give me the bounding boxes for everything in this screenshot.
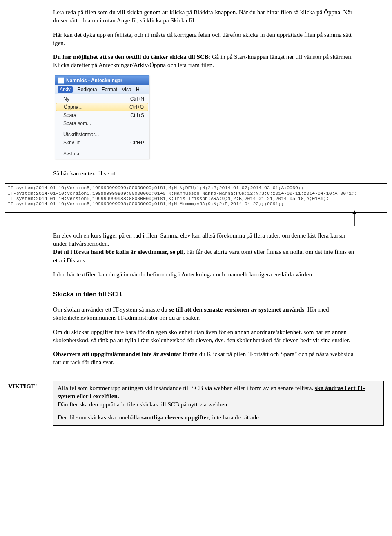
menu-item-shortcut: Ctrl+N [130, 96, 144, 102]
callout-paragraph: Alla fel som kommer upp antingen vid ins… [58, 384, 379, 409]
text: Den fil som skickas ska innehålla [58, 414, 141, 421]
text: En elev och en kurs ligger på en rad i f… [53, 232, 345, 247]
text: Alla fel som kommer upp antingen vid ins… [58, 385, 315, 391]
menu-item-spara[interactable]: Spara Ctrl+S [55, 111, 149, 119]
arrow-annotation [5, 213, 387, 227]
text: , inte bara de rättade. [209, 414, 261, 421]
menu-visa[interactable]: Visa [122, 87, 131, 92]
paragraph: Du har möjlighet att se den textfil du t… [53, 53, 359, 70]
notepad-titlebar: Namnlös - Anteckningar [55, 76, 149, 85]
menu-item-skriv-ut[interactable]: Skriv ut... Ctrl+P [55, 139, 149, 147]
arrow-up-icon [346, 210, 363, 227]
paragraph: I den här textfilen kan du gå in när du … [53, 270, 359, 278]
menu-separator [57, 129, 147, 129]
bold-text: se till att den senaste versionen av sys… [169, 306, 305, 313]
paragraph: Leta reda på filen som du vill skicka ge… [53, 8, 359, 25]
menu-item-spara-som[interactable]: Spara som... [55, 119, 149, 128]
callout-paragraph: Den fil som skickas ska innehålla samtli… [58, 413, 379, 422]
notepad-menubar: Arkiv Redigera Format Visa H [55, 85, 149, 94]
paragraph: Om du skickar uppgifter inte bara för di… [53, 328, 359, 345]
bold-text: Det ni i första hand bör kolla är elevti… [53, 249, 183, 255]
menu-item-label: Spara [63, 112, 76, 118]
menu-item-label: Avsluta [63, 151, 79, 157]
textfile-example-box: IT-system;2014-01-10;Version5;1999999999… [5, 183, 387, 213]
text: Om skolan använder ett IT-system så måst… [53, 306, 169, 313]
important-callout: VIKTIGT! Alla fel som kommer upp antinge… [8, 381, 384, 426]
menu-item-label: Spara som... [63, 121, 91, 126]
textfile-line: IT-system;2014-01-10;Version5;1999999999… [8, 191, 357, 196]
menu-item-label: Skriv ut... [63, 140, 84, 146]
menu-item-label: Öppna... [64, 104, 82, 110]
callout-label: VIKTIGT! [8, 381, 53, 390]
textfile-caption: Så här kan en textfil se ut: [53, 169, 359, 177]
menu-h[interactable]: H [136, 87, 140, 92]
textfile-line: IT-system;2014-01-10;Version5;1999999999… [8, 196, 329, 201]
menu-item-label: Ny [63, 96, 69, 102]
menu-arkiv[interactable]: Arkiv [58, 86, 73, 93]
menu-format[interactable]: Format [102, 87, 117, 92]
bold-text: samtliga elevers uppgifter [141, 414, 209, 421]
bold-text: Observera att uppgiftslämnandet inte är … [53, 351, 181, 357]
notepad-title-text: Namnlös - Anteckningar [66, 78, 122, 83]
menu-item-shortcut: Ctrl+S [130, 112, 144, 118]
notepad-app-icon [58, 77, 64, 84]
menu-redigera[interactable]: Redigera [77, 87, 97, 92]
paragraph: Observera att uppgiftslämnandet inte är … [53, 350, 359, 367]
menu-item-ny[interactable]: Ny Ctrl+N [55, 95, 149, 103]
paragraph: En elev och en kurs ligger på en rad i f… [53, 231, 359, 265]
textfile-line: IT-system;2014-01-10;Version5;1999999999… [8, 201, 284, 206]
text: Därefter ska den upprättade filen skicka… [58, 401, 229, 408]
notepad-dropdown: Ny Ctrl+N Öppna... Ctrl+O Spara Ctrl+S S… [55, 94, 149, 159]
menu-item-utskriftsformat[interactable]: Utskriftsformat... [55, 130, 149, 139]
textfile-line: IT-system;2014-01-10;Version5;1999999999… [8, 185, 304, 191]
callout-box: Alla fel som kommer upp antingen vid ins… [53, 381, 384, 426]
menu-item-oppna[interactable]: Öppna... Ctrl+O [56, 103, 148, 111]
menu-separator [57, 148, 147, 148]
paragraph: Om skolan använder ett IT-system så måst… [53, 305, 359, 322]
notepad-window: Namnlös - Anteckningar Arkiv Redigera Fo… [55, 75, 149, 159]
bold-lead: Du har möjlighet att se den textfil du t… [53, 54, 209, 60]
svg-marker-1 [352, 210, 356, 214]
paragraph: Här kan det dyka upp en fellista, och ni… [53, 31, 359, 47]
menu-item-label: Utskriftsformat... [63, 132, 99, 137]
menu-item-avsluta[interactable]: Avsluta [55, 150, 149, 158]
menu-item-shortcut: Ctrl+O [129, 104, 144, 110]
menu-item-shortcut: Ctrl+P [130, 140, 144, 146]
section-heading: Skicka in filen till SCB [53, 291, 359, 298]
